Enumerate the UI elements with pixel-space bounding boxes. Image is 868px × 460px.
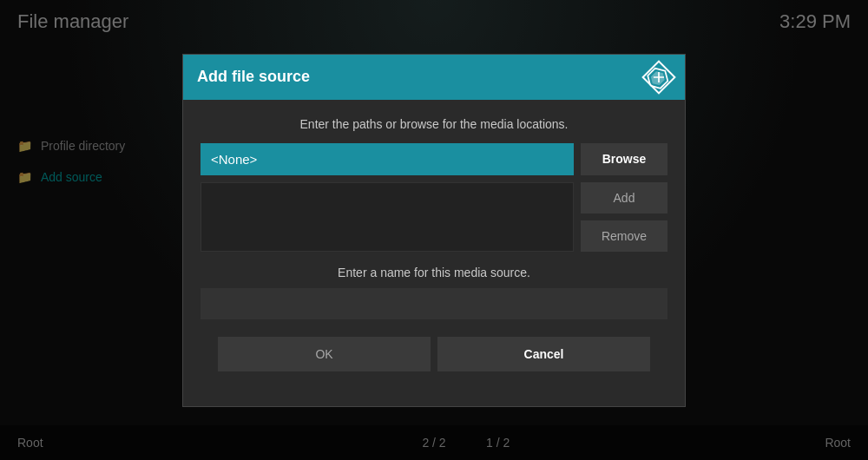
- path-list-area: Add Remove: [201, 182, 667, 252]
- dialog-title: Add file source: [197, 68, 310, 86]
- cancel-button[interactable]: Cancel: [437, 337, 650, 371]
- path-action-buttons: Add Remove: [581, 182, 667, 252]
- remove-button[interactable]: Remove: [581, 220, 667, 252]
- source-name-input[interactable]: [201, 288, 667, 319]
- modal-overlay: Add file source Enter the paths or brows…: [0, 0, 868, 460]
- dialog-footer: OK Cancel: [201, 337, 667, 389]
- ok-button[interactable]: OK: [218, 337, 431, 371]
- dialog-header: Add file source: [183, 55, 685, 100]
- path-list: [201, 182, 574, 252]
- path-input-area: Browse: [201, 143, 667, 175]
- kodi-logo-icon: [643, 61, 675, 93]
- add-file-source-dialog: Add file source Enter the paths or brows…: [182, 54, 686, 407]
- browse-button[interactable]: Browse: [581, 143, 667, 175]
- name-hint-text: Enter a name for this media source.: [201, 266, 667, 279]
- path-input[interactable]: [201, 143, 574, 175]
- dialog-close-button[interactable]: [641, 60, 676, 95]
- dialog-body: Enter the paths or browse for the media …: [183, 100, 685, 406]
- add-button[interactable]: Add: [581, 182, 667, 214]
- paths-hint-text: Enter the paths or browse for the media …: [201, 117, 667, 131]
